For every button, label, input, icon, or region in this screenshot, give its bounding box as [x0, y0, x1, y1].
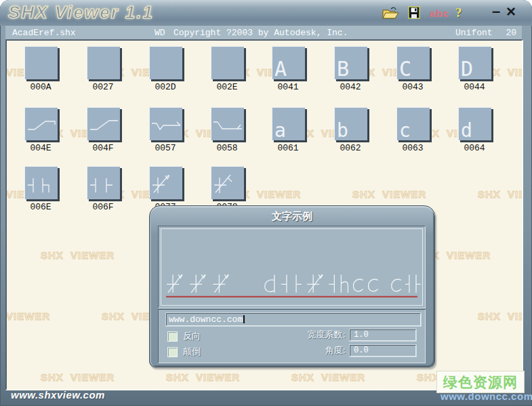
contact-slash-v-icon	[150, 167, 182, 199]
statusbar-site-link[interactable]: www.shxview.com	[11, 389, 105, 401]
glyph-code-label: 0062	[325, 143, 376, 153]
glyph-cell[interactable]: D	[458, 46, 491, 79]
site-badge-url: www.downcc.com	[441, 390, 532, 402]
save-floppy-icon	[408, 6, 420, 19]
open-file-button[interactable]	[382, 6, 400, 23]
watermark-text: SHX VIEWER	[41, 371, 115, 383]
sample-preview-panel	[158, 226, 426, 308]
glyph-code-label: 0041	[262, 82, 314, 92]
font-code: WD	[155, 28, 165, 38]
reverse-option[interactable]: 反向	[167, 330, 201, 342]
glyph-letter: d	[461, 121, 472, 140]
glyph-code-label: 000A	[15, 82, 66, 92]
reverse-checkbox[interactable]	[167, 331, 178, 342]
sample-text-value: www.downcc.com	[169, 314, 243, 325]
title-bar: SHX Viewer 1.1 abc ? – ×	[0, 0, 532, 26]
text-caret	[243, 315, 245, 323]
angle-field[interactable]: 0.0	[350, 345, 416, 357]
glyph-cell[interactable]: C	[396, 46, 430, 79]
glyph-cell[interactable]	[87, 166, 120, 199]
sample-text-input[interactable]: www.downcc.com	[166, 313, 421, 326]
glyph-letter: A	[274, 59, 287, 79]
line-dip-icon	[211, 108, 244, 140]
glyph-cell[interactable]: b	[334, 107, 367, 140]
contact-slash-icon	[211, 167, 244, 199]
open-folder-icon	[382, 6, 400, 20]
line-rise-icon	[87, 108, 120, 140]
width-factor-row: 宽度系数: 1.0	[308, 329, 416, 341]
contact-open-icon	[87, 167, 120, 199]
upsidedown-option[interactable]: 颠倒	[167, 346, 201, 358]
glyph-count: 20	[506, 28, 516, 38]
sample-preview-inner	[161, 228, 423, 306]
glyph-code-label: 006E	[15, 202, 66, 212]
app-window: SHX Viewer 1.1 abc ? – ×	[0, 0, 532, 406]
glyph-cell[interactable]	[149, 46, 182, 79]
contact-break-icon	[25, 167, 58, 199]
font-name: Unifont	[455, 28, 493, 38]
glyph-cell[interactable]	[24, 46, 58, 79]
glyph-code-label: 0044	[449, 82, 500, 92]
site-badge-name: 绿色资源网	[443, 373, 518, 392]
shx-viewer-screenshot: SHX Viewer 1.1 abc ? – ×	[0, 0, 532, 406]
minimize-button[interactable]: –	[492, 4, 500, 19]
glyph-code-label: 002E	[201, 82, 253, 92]
glyph-letter: B	[337, 59, 349, 79]
glyph-cell[interactable]: A	[272, 46, 305, 79]
glyph-cell[interactable]	[24, 107, 58, 140]
glyph-letter: a	[274, 121, 286, 140]
width-factor-field[interactable]: 1.0	[350, 329, 416, 341]
sample-options-panel: www.downcc.com 反向 颠倒 宽度系数: 1.0 角度: 0.0	[158, 309, 426, 363]
save-button[interactable]	[408, 6, 420, 22]
glyph-code-label: 006F	[77, 202, 129, 212]
glyph-code-label: 0064	[449, 143, 500, 153]
glyph-code-label: 0042	[325, 82, 376, 92]
glyph-code-label: 004F	[77, 143, 129, 153]
glyph-letter: D	[461, 59, 473, 79]
watermark-text: SHX VIEWER	[41, 249, 115, 261]
glyph-cell[interactable]	[211, 166, 244, 199]
glyph-cell[interactable]: c	[396, 107, 430, 140]
glyph-cell[interactable]	[149, 107, 182, 140]
glyph-cell[interactable]	[87, 46, 120, 79]
glyph-code-label: 0058	[201, 143, 253, 153]
glyph-cell[interactable]: B	[334, 46, 367, 79]
upsidedown-label: 颠倒	[183, 346, 201, 358]
glyph-letter: c	[399, 121, 411, 140]
watermark-text: SHX VIEWER	[478, 188, 523, 200]
font-filename: AcadEref.shx	[12, 28, 76, 38]
glyph-cell[interactable]	[211, 107, 244, 140]
glyph-code-label: 0043	[387, 82, 438, 92]
glyph-code-label: 002D	[140, 82, 191, 92]
line-dip-hook-icon	[150, 108, 182, 140]
glyph-letter: b	[337, 121, 348, 140]
angle-row: 角度: 0.0	[325, 344, 416, 357]
glyph-code-label: 0027	[77, 82, 129, 92]
glyph-letter: C	[399, 59, 411, 79]
app-title: SHX Viewer 1.1	[8, 2, 154, 23]
upsidedown-checkbox[interactable]	[167, 347, 178, 357]
glyph-code-label: 0063	[387, 143, 438, 153]
font-info-bar: AcadEref.shx WD Copyright ?2003 by Autod…	[5, 26, 522, 39]
glyph-cell[interactable]	[87, 107, 120, 140]
watermark-text: SHX VIEWER	[478, 310, 523, 322]
help-button[interactable]: ?	[455, 5, 462, 20]
glyph-cell[interactable]	[149, 166, 182, 199]
width-factor-label: 宽度系数:	[308, 329, 346, 341]
text-sample-dialog: 文字示例	[149, 205, 435, 367]
glyph-code-label: 0061	[262, 143, 314, 153]
glyph-cell[interactable]	[211, 46, 244, 79]
glyph-cell[interactable]: a	[272, 107, 305, 140]
dialog-title: 文字示例	[150, 210, 434, 223]
line-rise-hook-icon	[25, 108, 58, 140]
glyph-code-label: 004E	[15, 143, 66, 153]
glyph-cell[interactable]: d	[458, 107, 491, 140]
close-button[interactable]: ×	[506, 3, 516, 20]
font-copyright: Copyright ?2003 by Autodesk, Inc.	[173, 28, 348, 38]
text-sample-button[interactable]: abc	[430, 7, 449, 19]
glyph-code-label: 0057	[140, 143, 191, 153]
sample-preview-drawing	[161, 229, 422, 305]
watermark-text: SHX VIEWER	[166, 371, 240, 383]
reverse-label: 反向	[183, 330, 201, 342]
glyph-cell[interactable]	[24, 166, 58, 199]
